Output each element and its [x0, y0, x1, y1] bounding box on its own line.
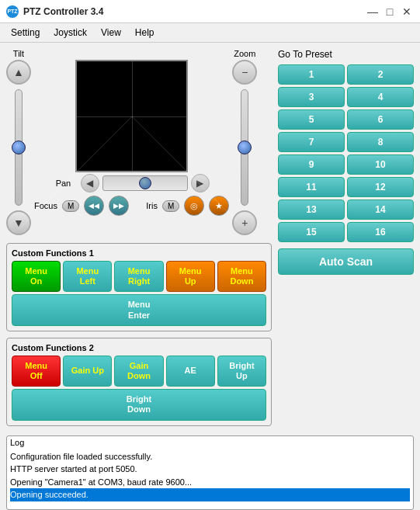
custom-buttons-1: MenuOn MenuLeft MenuRight MenuUp MenuDow… — [12, 261, 266, 326]
menu-help[interactable]: Help — [129, 25, 161, 40]
cf2-gain-down[interactable]: GainDown — [114, 356, 163, 387]
focus-mode-toggle[interactable]: M — [62, 200, 79, 212]
zoom-slider-track[interactable] — [241, 89, 248, 206]
cf1-menu-down[interactable]: MenuDown — [217, 261, 266, 292]
main-content: Tilt ▲ ▼ Pan ◀ — [0, 43, 420, 432]
menu-joystick[interactable]: Joystick — [47, 25, 93, 40]
log-title: Log — [7, 436, 413, 449]
preset-8[interactable]: 8 — [347, 132, 414, 152]
iris-label: Iris — [146, 201, 158, 210]
title-bar: PTZ PTZ Controller 3.4 — □ ✕ — [0, 0, 420, 23]
tilt-slider-track[interactable] — [15, 89, 23, 206]
preset-6[interactable]: 6 — [347, 109, 414, 130]
preset-3[interactable]: 3 — [278, 87, 345, 107]
minimize-button[interactable]: — — [366, 5, 380, 19]
log-area[interactable]: Configuration file loaded successfully. … — [7, 449, 413, 509]
iris-close-button[interactable]: ★ — [209, 196, 229, 216]
app-title: PTZ Controller 3.4 — [23, 6, 103, 17]
pan-left-button[interactable]: ◀ — [81, 174, 99, 193]
preset-9[interactable]: 9 — [278, 154, 345, 175]
log-entry-1: Configuration file loaded successfully. — [10, 450, 410, 463]
tilt-control: Tilt ▲ ▼ — [6, 49, 31, 235]
preset-13[interactable]: 13 — [278, 199, 345, 220]
zoom-slider-thumb[interactable] — [238, 141, 252, 154]
preset-2[interactable]: 2 — [347, 64, 414, 85]
preset-10[interactable]: 10 — [347, 154, 414, 175]
preset-7[interactable]: 7 — [278, 132, 345, 152]
app-icon: PTZ — [6, 5, 19, 18]
custom-functions-2-title: Custom Functions 2 — [12, 343, 266, 352]
preset-16[interactable]: 16 — [347, 222, 414, 242]
cf2-gain-up[interactable]: Gain Up — [63, 356, 112, 387]
zoom-label: Zoom — [234, 49, 255, 58]
cf2-bright-down[interactable]: BrightDown — [12, 389, 266, 420]
left-panel: Tilt ▲ ▼ Pan ◀ — [6, 49, 272, 426]
custom-buttons-2: MenuOff Gain Up GainDown AE BrightUp Bri… — [12, 356, 266, 421]
custom-functions-1-title: Custom Functions 1 — [12, 248, 266, 258]
preset-15[interactable]: 15 — [278, 222, 345, 242]
preset-11[interactable]: 11 — [278, 177, 345, 197]
tilt-up-button[interactable]: ▲ — [6, 60, 31, 85]
preset-1[interactable]: 1 — [278, 64, 345, 85]
tilt-label: Tilt — [13, 49, 24, 58]
cf2-menu-off[interactable]: MenuOff — [12, 356, 61, 387]
tilt-down-button[interactable]: ▼ — [6, 210, 31, 235]
zoom-control: Zoom − + — [232, 49, 257, 235]
cf1-menu-right[interactable]: MenuRight — [114, 261, 163, 292]
menu-bar: Setting Joystick View Help — [0, 23, 420, 43]
auto-scan-button[interactable]: Auto Scan — [278, 248, 414, 275]
close-button[interactable]: ✕ — [400, 5, 414, 19]
log-entry-4: Opening succeeded. — [10, 488, 410, 501]
preset-14[interactable]: 14 — [347, 199, 414, 220]
pan-slider[interactable] — [102, 175, 188, 191]
cf1-menu-up[interactable]: MenuUp — [166, 261, 215, 292]
preset-5[interactable]: 5 — [278, 109, 345, 130]
cf1-menu-on[interactable]: MenuOn — [12, 261, 61, 292]
zoom-in-button[interactable]: + — [232, 210, 257, 235]
app-icon-text: PTZ — [7, 9, 17, 14]
cf2-bright-up[interactable]: BrightUp — [217, 356, 266, 387]
maximize-button[interactable]: □ — [383, 5, 397, 19]
joystick-pad[interactable] — [75, 60, 188, 172]
log-entry-3: Opening "Camera1" at COM3, baud rate 960… — [10, 476, 410, 489]
cf2-ae[interactable]: AE — [166, 356, 215, 387]
log-entry-2: HTTP server started at port 5050. — [10, 463, 410, 476]
focus-iris-row: Focus M ◀◀ ▶▶ Iris M ◎ ★ — [34, 196, 229, 216]
log-section: Log Configuration file loaded successful… — [6, 435, 414, 510]
preset-12[interactable]: 12 — [347, 177, 414, 197]
preset-label: Go To Preset — [278, 49, 414, 60]
preset-grid: 1 2 3 4 5 6 7 8 9 10 11 12 13 14 15 16 — [278, 64, 414, 242]
custom-functions-2: Custom Functions 2 MenuOff Gain Up GainD… — [6, 338, 272, 426]
cf1-menu-enter[interactable]: MenuEnter — [12, 294, 266, 325]
tilt-slider-thumb[interactable] — [12, 141, 26, 154]
preset-4[interactable]: 4 — [347, 87, 414, 107]
iris-open-button[interactable]: ◎ — [184, 196, 204, 216]
custom-functions-1: Custom Functions 1 MenuOn MenuLeft MenuR… — [6, 243, 272, 331]
iris-mode-toggle[interactable]: M — [162, 200, 179, 212]
title-controls: — □ ✕ — [366, 5, 414, 19]
cf1-menu-left[interactable]: MenuLeft — [63, 261, 112, 292]
zoom-out-button[interactable]: − — [232, 60, 257, 85]
right-panel: Go To Preset 1 2 3 4 5 6 7 8 9 10 11 12 … — [278, 49, 414, 426]
focus-far-button[interactable]: ▶▶ — [109, 196, 129, 216]
menu-view[interactable]: View — [95, 25, 127, 40]
menu-setting[interactable]: Setting — [5, 25, 46, 40]
pan-row: Pan ◀ ▶ — [56, 174, 210, 193]
focus-near-button[interactable]: ◀◀ — [84, 196, 104, 216]
